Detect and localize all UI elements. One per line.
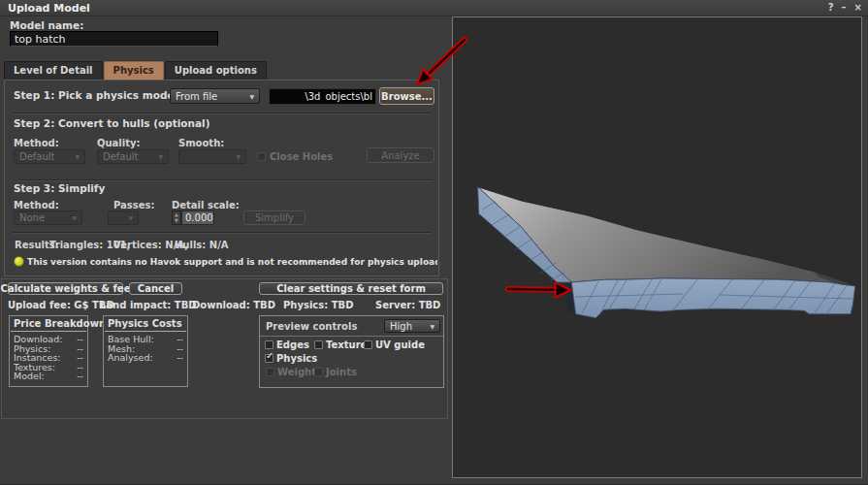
simplify-button[interactable]: Simplify xyxy=(243,210,305,225)
price-breakdown-panel: Price Breakdown Download: -- Physics: --… xyxy=(9,315,88,387)
physics-checkbox[interactable]: ✓ xyxy=(265,354,273,363)
separator xyxy=(13,179,432,181)
price-breakdown-title: Price Breakdown xyxy=(11,316,86,332)
title-bar[interactable]: Upload Model ? – × xyxy=(0,0,868,16)
detail-scale-value[interactable]: 0.000 xyxy=(181,210,214,225)
upload-fee-text: Upload fee: G$ TBD xyxy=(8,300,114,310)
cost-row: Analysed: -- xyxy=(104,353,187,363)
chevron-down-icon: ▼ xyxy=(249,93,254,100)
separator xyxy=(260,336,443,337)
clear-settings-reset-button[interactable]: Clear settings & reset form xyxy=(259,282,443,295)
joints-label: Joints xyxy=(326,367,357,377)
step3-passes-dropdown[interactable]: ▼ xyxy=(108,210,139,225)
chevron-down-icon: ▼ xyxy=(236,153,241,160)
tab-physics[interactable]: Physics xyxy=(104,61,164,80)
preview-controls-title: Preview controls xyxy=(266,321,357,332)
price-row: Model: -- xyxy=(10,372,87,381)
physics-source-value: From file xyxy=(176,91,217,102)
physics-file-path-input[interactable] xyxy=(269,88,376,105)
step2-smooth-label: Smooth: xyxy=(178,138,224,148)
step2-method-label: Method: xyxy=(14,138,59,148)
spin-up-icon[interactable]: ▲ xyxy=(175,212,178,217)
spin-down-icon[interactable]: ▼ xyxy=(175,218,178,223)
server-weight-text: Server: TBD xyxy=(375,300,440,310)
step3-detail-scale-label: Detail scale: xyxy=(172,200,240,210)
chevron-down-icon: ▼ xyxy=(128,214,133,221)
cancel-button[interactable]: Cancel xyxy=(129,282,182,295)
physics-label: Physics xyxy=(276,353,317,364)
help-icon[interactable]: ? xyxy=(828,1,834,15)
chevron-down-icon: ▼ xyxy=(72,214,77,221)
step2-quality-value: Default xyxy=(103,151,139,162)
check-icon: ✓ xyxy=(266,352,273,360)
chevron-down-icon: ▼ xyxy=(430,323,434,330)
step2-title: Step 2: Convert to hulls (optional) xyxy=(14,117,210,129)
browse-button[interactable]: Browse... xyxy=(379,87,434,105)
textures-checkbox[interactable] xyxy=(314,340,323,349)
cost-row-label: Analysed: xyxy=(108,353,153,363)
tab-bar: Level of Detail Physics Upload options xyxy=(4,61,267,80)
close-holes-label: Close Holes xyxy=(270,151,333,162)
step2-quality-dropdown[interactable]: Default ▼ xyxy=(97,149,169,164)
physics-source-dropdown[interactable]: From file ▼ xyxy=(170,88,260,104)
minimize-icon[interactable]: – xyxy=(842,1,847,15)
chevron-down-icon: ▼ xyxy=(158,153,163,160)
preview-controls-panel: Preview controls High ▼ Edges Textures U… xyxy=(259,315,444,388)
model-name-input[interactable] xyxy=(10,31,218,47)
land-impact-text: Land impact: TBD xyxy=(100,300,197,310)
step2-smooth-dropdown[interactable]: ▼ xyxy=(178,149,246,164)
price-row-value: -- xyxy=(77,372,83,381)
physics-costs-panel: Physics Costs Base Hull: -- Mesh: -- Ana… xyxy=(103,315,188,387)
preview-3d-viewport[interactable] xyxy=(452,16,862,478)
calculate-weights-fee-button[interactable]: Calculate weights & fee xyxy=(8,282,123,295)
edges-label: Edges xyxy=(276,340,309,350)
physics-hull-front-band xyxy=(571,278,854,318)
mesh-preview-svg xyxy=(453,17,861,477)
upload-model-dialog: Upload Model ? – × Model name: Level of … xyxy=(0,0,868,485)
step3-method-value: None xyxy=(19,212,45,223)
download-weight-text: Download: TBD xyxy=(192,300,275,310)
chevron-down-icon: ▼ xyxy=(75,153,80,160)
model-name-label: Model name: xyxy=(10,19,83,31)
step2-method-value: Default xyxy=(19,151,55,162)
mesh-model xyxy=(478,187,855,286)
edges-checkbox[interactable] xyxy=(265,340,273,349)
price-row-label: Model: xyxy=(14,372,45,381)
cost-row-value: -- xyxy=(177,353,183,363)
step3-method-dropdown[interactable]: None ▼ xyxy=(14,210,82,225)
tab-upload-options[interactable]: Upload options xyxy=(165,61,267,80)
close-icon[interactable]: × xyxy=(854,1,862,15)
step2-method-dropdown[interactable]: Default ▼ xyxy=(14,149,85,164)
warning-text: This version contains no Havok support a… xyxy=(27,257,437,267)
detail-scale-stepper[interactable]: ▲ ▼ xyxy=(172,210,181,225)
uv-guide-checkbox[interactable] xyxy=(364,340,372,349)
step3-title: Step 3: Simplify xyxy=(14,182,105,194)
joints-checkbox[interactable] xyxy=(314,368,323,376)
close-holes-checkbox[interactable] xyxy=(257,152,266,161)
analyze-button[interactable]: Analyze xyxy=(367,147,434,163)
results-hulls: Hulls: N/A xyxy=(175,240,229,250)
warning-icon xyxy=(14,256,24,267)
separator xyxy=(13,232,432,234)
uv-guide-label: UV guide xyxy=(375,340,425,350)
step1-title: Step 1: Pick a physics model xyxy=(14,89,177,101)
weights-checkbox[interactable] xyxy=(266,368,274,376)
physics-weight-text: Physics: TBD xyxy=(283,300,353,310)
window-title: Upload Model xyxy=(8,2,90,15)
preview-detail-dropdown[interactable]: High ▼ xyxy=(384,319,440,333)
separator xyxy=(13,113,432,114)
step2-quality-label: Quality: xyxy=(97,138,141,148)
tab-level-of-detail[interactable]: Level of Detail xyxy=(4,61,103,80)
step3-passes-label: Passes: xyxy=(113,200,154,210)
physics-costs-title: Physics Costs xyxy=(105,316,186,332)
preview-detail-value: High xyxy=(390,321,412,332)
step3-method-label: Method: xyxy=(14,200,59,210)
